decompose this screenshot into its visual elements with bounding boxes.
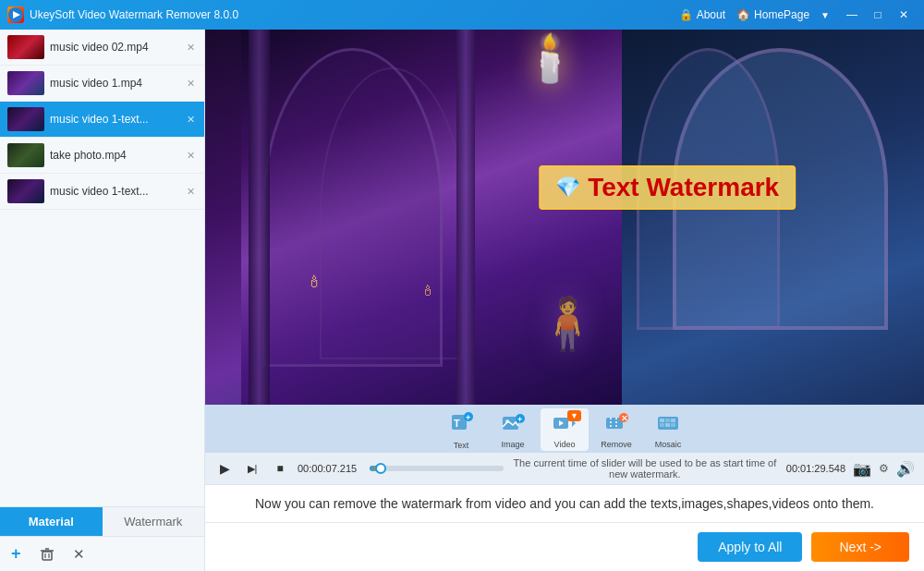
- close-button[interactable]: ✕: [891, 5, 917, 25]
- apply-to-all-button[interactable]: Apply to All: [698, 532, 802, 562]
- file-close-button[interactable]: ✕: [184, 41, 197, 54]
- playback-bar: ▶ ▶| ■ 00:00:07.215 The current time of …: [205, 453, 924, 484]
- svg-rect-25: [665, 419, 670, 422]
- svg-rect-27: [660, 423, 664, 427]
- file-thumbnail: [7, 35, 44, 59]
- progress-bar[interactable]: [370, 466, 504, 471]
- window-controls: — □ ✕: [839, 5, 917, 25]
- svg-rect-24: [660, 419, 664, 422]
- maximize-button[interactable]: □: [865, 5, 891, 25]
- lamp-mid: 🕯: [420, 283, 435, 299]
- svg-text:✕: ✕: [621, 414, 628, 423]
- lock-icon: 🔒: [679, 8, 693, 21]
- tool-text-label: Text: [454, 441, 469, 450]
- tool-add-video[interactable]: Video ▼: [541, 408, 589, 451]
- text-add-icon: T +: [448, 409, 474, 441]
- file-item[interactable]: music video 02.mp4 ✕: [0, 30, 204, 66]
- playback-hint: The current time of slider will be used …: [511, 457, 779, 480]
- file-close-button[interactable]: ✕: [184, 77, 197, 90]
- about-link[interactable]: 🔒 About: [679, 8, 725, 21]
- svg-rect-28: [665, 423, 670, 427]
- mosaic-icon: [655, 410, 681, 440]
- play-button[interactable]: ▶: [214, 458, 235, 479]
- pillar-mid: [456, 30, 474, 405]
- progress-thumb[interactable]: [375, 463, 386, 474]
- svg-rect-2: [43, 552, 52, 560]
- app-title: UkeySoft Video Watermark Remover 8.0.0: [30, 8, 679, 21]
- nav-links: 🔒 About 🏠 HomePage ▼: [679, 8, 830, 21]
- tool-icons-bar: T + Text + Image: [205, 405, 924, 453]
- svg-text:+: +: [517, 415, 522, 424]
- file-name: music video 1-text...: [50, 185, 178, 198]
- remove-wm-icon: ✕: [603, 410, 629, 440]
- left-panel: music video 02.mp4 ✕ music video 1.mp4 ✕…: [0, 30, 205, 571]
- tool-add-text[interactable]: T + Text: [437, 408, 485, 451]
- homepage-link[interactable]: 🏠 HomePage: [736, 8, 809, 21]
- tool-mosaic[interactable]: Mosaic: [644, 408, 692, 451]
- add-button[interactable]: +: [11, 544, 21, 564]
- action-bar: + ✕: [0, 536, 204, 571]
- pillar-left: [249, 30, 270, 405]
- svg-rect-26: [671, 419, 675, 422]
- file-list: music video 02.mp4 ✕ music video 1.mp4 ✕…: [0, 30, 204, 506]
- volume-button[interactable]: 🔊: [896, 460, 915, 478]
- chandelier-decoration: 🕯️: [521, 31, 578, 85]
- svg-text:T: T: [454, 418, 460, 429]
- end-time-display: 00:01:29.548: [786, 463, 845, 474]
- right-panel: 🕯️ 🕯 🕯 🧍 💎 Text Watermark: [205, 30, 924, 571]
- tool-mosaic-label: Mosaic: [655, 440, 682, 449]
- svg-rect-29: [671, 423, 675, 427]
- tool-image-label: Image: [501, 440, 524, 449]
- video-preview: 🕯️ 🕯 🕯 🧍 💎 Text Watermark: [205, 30, 924, 405]
- file-name: music video 1-text...: [50, 113, 178, 126]
- description-text: Now you can remove the watermark from vi…: [205, 484, 924, 522]
- file-name: music video 1.mp4: [50, 77, 178, 90]
- settings-icon[interactable]: ⚙: [879, 462, 889, 475]
- minimize-button[interactable]: —: [839, 5, 865, 25]
- tab-watermark[interactable]: Watermark: [103, 507, 205, 536]
- delete-button[interactable]: [40, 547, 55, 562]
- current-time-display: 00:00:07.215: [298, 463, 362, 474]
- main-layout: music video 02.mp4 ✕ music video 1.mp4 ✕…: [0, 30, 924, 571]
- file-close-button[interactable]: ✕: [184, 113, 197, 126]
- file-thumbnail: [7, 179, 44, 203]
- tab-material[interactable]: Material: [0, 507, 103, 536]
- lamp-left: 🕯: [306, 273, 322, 292]
- next-button[interactable]: Next ->: [811, 532, 909, 562]
- file-thumbnail: [7, 107, 44, 131]
- titlebar: UkeySoft Video Watermark Remover 8.0.0 🔒…: [0, 0, 924, 30]
- file-item[interactable]: music video 1.mp4 ✕: [0, 66, 204, 102]
- step-forward-button[interactable]: ▶|: [242, 458, 262, 479]
- file-close-button[interactable]: ✕: [184, 185, 197, 198]
- clear-button[interactable]: ✕: [73, 546, 85, 563]
- file-item[interactable]: take photo.mp4 ✕: [0, 138, 204, 174]
- watermark-overlay[interactable]: 💎 Text Watermark: [539, 165, 796, 210]
- home-icon: 🏠: [736, 8, 750, 21]
- file-item[interactable]: music video 1-text... ✕: [0, 174, 204, 210]
- app-logo: [7, 6, 24, 23]
- tool-remove-label: Remove: [601, 440, 632, 449]
- file-thumbnail: [7, 71, 44, 95]
- bottom-actions: Apply to All Next ->: [205, 522, 924, 571]
- figure-silhouette: 🧍: [536, 294, 600, 354]
- tool-remove-wm[interactable]: ✕ Remove: [592, 408, 640, 451]
- file-name: take photo.mp4: [50, 149, 178, 162]
- tool-add-image[interactable]: + Image: [489, 408, 537, 451]
- arch-left-2: [320, 67, 464, 360]
- file-close-button[interactable]: ✕: [184, 149, 197, 162]
- tool-badge: ▼: [567, 410, 581, 421]
- dropdown-icon[interactable]: ▼: [821, 10, 830, 20]
- file-name: music video 02.mp4: [50, 41, 178, 54]
- file-item-active[interactable]: music video 1-text... ✕: [0, 102, 204, 138]
- watermark-icon: 💎: [555, 176, 580, 200]
- image-add-icon: +: [500, 410, 526, 440]
- screenshot-button[interactable]: 📷: [853, 460, 871, 478]
- tab-bar: Material Watermark: [0, 506, 204, 536]
- watermark-text: Text Watermark: [588, 173, 779, 202]
- tool-video-label: Video: [554, 440, 576, 449]
- stop-button[interactable]: ■: [270, 458, 290, 479]
- file-thumbnail: [7, 143, 44, 167]
- svg-text:+: +: [466, 413, 470, 422]
